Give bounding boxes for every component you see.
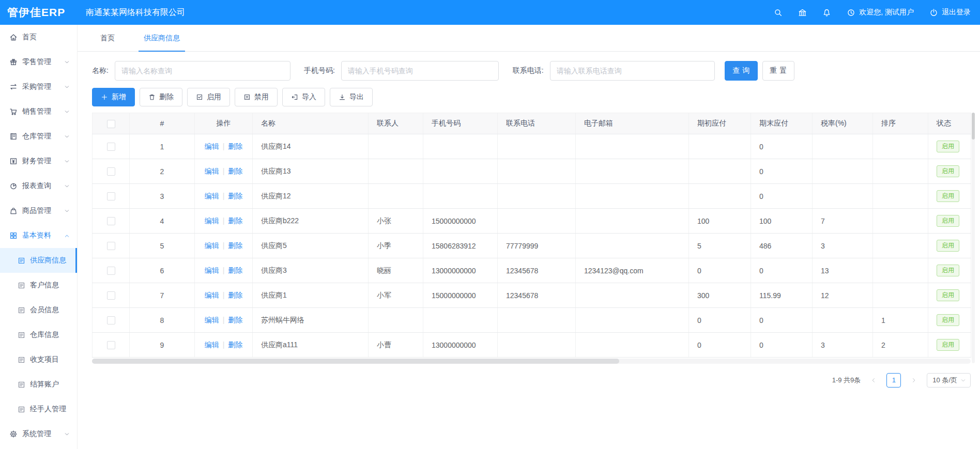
row-status-cell: 启用: [928, 134, 971, 159]
row-checkbox[interactable]: [107, 316, 115, 324]
sidebar-subitem[interactable]: 收支项目: [0, 347, 77, 372]
doc-icon: [18, 282, 25, 289]
row-cell-name: 供应商1: [253, 283, 369, 308]
row-actions-cell: 编辑|删除: [195, 333, 253, 358]
phone-filter-input[interactable]: [550, 61, 715, 81]
vertical-scrollbar[interactable]: [972, 113, 975, 363]
row-checkbox[interactable]: [107, 192, 115, 200]
pagination: 1-9 共9条 1 10 条/页: [92, 373, 971, 388]
import-button[interactable]: 导入: [282, 88, 325, 106]
row-checkbox[interactable]: [107, 167, 115, 176]
clock-icon: [847, 8, 855, 17]
sidebar-item[interactable]: 基本资料: [0, 223, 77, 248]
row-cell-mobile: [423, 184, 498, 209]
row-cell-tax: 7: [813, 209, 873, 234]
bank-icon[interactable]: [798, 8, 807, 17]
sidebar-subitem[interactable]: 会员信息: [0, 298, 77, 322]
enable-button[interactable]: 启用: [187, 88, 230, 106]
table-row: 9编辑|删除供应商a111小曹130000000000032启用: [93, 333, 971, 358]
edit-link[interactable]: 编辑: [205, 167, 219, 175]
delete-link[interactable]: 删除: [228, 142, 242, 150]
disable-button[interactable]: 禁用: [235, 88, 278, 106]
edit-link[interactable]: 编辑: [205, 291, 219, 299]
sidebar-item[interactable]: 仓库管理: [0, 124, 77, 149]
row-cell-email: [576, 134, 689, 159]
horizontal-scrollbar-thumb[interactable]: [92, 359, 619, 364]
row-cell-phone: [498, 134, 576, 159]
content-panel: 名称: 手机号码: 联系电话: 查询 重置 新增删除启用禁用导入导出: [78, 52, 980, 388]
edit-link[interactable]: 编辑: [205, 142, 219, 150]
column-header-email: 电子邮箱: [576, 113, 689, 134]
sidebar-subitem[interactable]: 经手人管理: [0, 397, 77, 422]
row-cell-opening: 0: [689, 258, 751, 283]
sidebar-item[interactable]: 系统管理: [0, 422, 77, 446]
action-separator: |: [223, 291, 225, 299]
row-checkbox[interactable]: [107, 242, 115, 250]
prev-page-button[interactable]: [867, 374, 880, 387]
name-filter-input[interactable]: [115, 61, 290, 81]
sidebar-subitem[interactable]: 结算账户: [0, 372, 77, 397]
mobile-filter-input[interactable]: [341, 61, 499, 81]
delete-link[interactable]: 删除: [228, 340, 242, 349]
export-button[interactable]: 导出: [330, 88, 373, 106]
reset-button[interactable]: 重置: [762, 61, 794, 81]
select-all-checkbox[interactable]: [107, 120, 115, 128]
logout-button[interactable]: 退出登录: [929, 8, 971, 17]
tab-home[interactable]: 首页: [95, 25, 120, 51]
page-number-button[interactable]: 1: [886, 373, 901, 388]
edit-link[interactable]: 编辑: [205, 316, 219, 324]
sidebar-item[interactable]: 财务管理: [0, 149, 77, 174]
table-row: 6编辑|删除供应商3晓丽13000000000123456781234123@q…: [93, 258, 971, 283]
row-cell-contact: 晓丽: [369, 258, 423, 283]
edit-link[interactable]: 编辑: [205, 266, 219, 274]
row-checkbox-cell: [93, 258, 130, 283]
column-header-sort: 排序: [873, 113, 928, 134]
search-icon[interactable]: [774, 8, 783, 17]
horizontal-scrollbar[interactable]: [92, 359, 971, 364]
sidebar-subitem[interactable]: 客户信息: [0, 273, 77, 298]
row-checkbox[interactable]: [107, 291, 115, 300]
row-checkbox[interactable]: [107, 143, 115, 151]
delete-link[interactable]: 删除: [228, 291, 242, 299]
sidebar-item[interactable]: 首页: [0, 25, 77, 50]
sidebar-item-label: 零售管理: [22, 57, 64, 67]
delete-link[interactable]: 删除: [228, 192, 242, 200]
delete-button[interactable]: 删除: [140, 88, 182, 106]
row-checkbox[interactable]: [107, 267, 115, 275]
add-button[interactable]: 新增: [92, 88, 135, 106]
delete-link[interactable]: 删除: [228, 266, 242, 274]
vertical-scrollbar-thumb[interactable]: [972, 113, 975, 140]
row-cell-name: 供应商13: [253, 159, 369, 184]
edit-link[interactable]: 编辑: [205, 340, 219, 349]
delete-link[interactable]: 删除: [228, 241, 242, 250]
edit-link[interactable]: 编辑: [205, 192, 219, 200]
tab-supplier-info[interactable]: 供应商信息: [139, 25, 185, 51]
delete-link[interactable]: 删除: [228, 167, 242, 175]
delete-link[interactable]: 删除: [228, 216, 242, 225]
next-page-button[interactable]: [907, 374, 921, 387]
sidebar-item[interactable]: 零售管理: [0, 50, 77, 74]
sidebar-subitem[interactable]: 供应商信息: [0, 248, 77, 273]
sidebar-item[interactable]: 销售管理: [0, 99, 77, 124]
status-badge: 启用: [937, 265, 959, 277]
sidebar-subitem[interactable]: 仓库信息: [0, 322, 77, 347]
delete-link[interactable]: 删除: [228, 316, 242, 324]
page-size-select[interactable]: 10 条/页: [927, 373, 971, 388]
sidebar-item[interactable]: 报表查询: [0, 174, 77, 198]
row-cell-sort: [873, 134, 928, 159]
row-actions-cell: 编辑|删除: [195, 134, 253, 159]
row-cell-num: 1: [130, 134, 195, 159]
sidebar-item[interactable]: 采购管理: [0, 74, 77, 99]
row-cell-sort: 2: [873, 333, 928, 358]
action-separator: |: [223, 192, 225, 200]
row-checkbox[interactable]: [107, 217, 115, 225]
bell-icon[interactable]: [822, 8, 831, 17]
sidebar-item[interactable]: 商品管理: [0, 198, 77, 223]
table-row: 7编辑|删除供应商1小军1500000000012345678300115.99…: [93, 283, 971, 308]
row-checkbox[interactable]: [107, 341, 115, 349]
search-button[interactable]: 查询: [725, 61, 758, 81]
welcome-user[interactable]: 欢迎您, 测试用户: [847, 8, 914, 17]
edit-link[interactable]: 编辑: [205, 241, 219, 250]
name-filter-label: 名称:: [92, 66, 109, 75]
edit-link[interactable]: 编辑: [205, 216, 219, 225]
